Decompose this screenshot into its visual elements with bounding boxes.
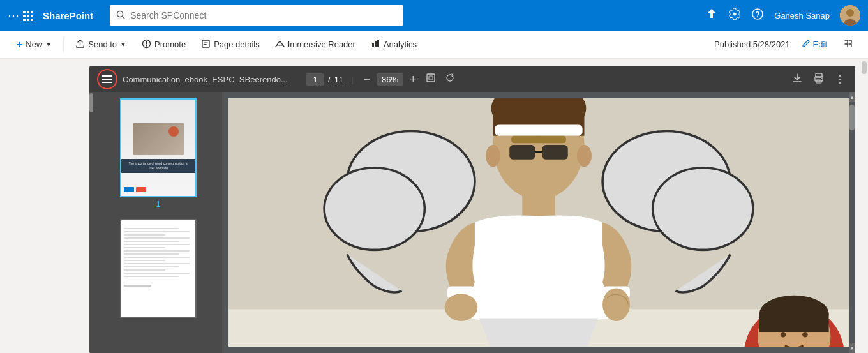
analytics-button[interactable]: Analytics <box>364 35 423 54</box>
edit-icon <box>802 39 811 50</box>
send-to-button[interactable]: Send to ▼ <box>69 35 133 54</box>
svg-rect-21 <box>377 40 379 47</box>
pdf-divider: | <box>351 75 353 84</box>
pdf-page-scrollbar[interactable]: ▲ ▼ <box>849 92 855 353</box>
pdf-zoom-level: 86% <box>377 73 403 86</box>
svg-rect-40 <box>495 125 582 136</box>
share-icon[interactable] <box>705 8 718 24</box>
pdf-left-scroll <box>89 92 94 353</box>
fitness-scene <box>228 98 849 347</box>
svg-point-34 <box>324 168 424 250</box>
promote-icon <box>142 39 151 50</box>
settings-icon[interactable] <box>728 8 741 24</box>
svg-rect-22 <box>102 75 112 77</box>
nav-right-actions: ? Ganesh Sanap <box>705 5 860 26</box>
promote-button[interactable]: Promote <box>135 35 192 54</box>
page-scrollbar[interactable] <box>860 59 868 353</box>
page-details-button[interactable]: Page details <box>195 35 266 54</box>
svg-rect-24 <box>102 82 112 83</box>
search-input[interactable] <box>130 10 397 20</box>
svg-rect-23 <box>102 79 112 80</box>
pdf-page-input[interactable] <box>306 73 324 86</box>
svg-point-30 <box>821 78 822 79</box>
download-icon[interactable] <box>789 70 805 89</box>
more-options-icon[interactable]: ⋮ <box>832 71 848 88</box>
search-bar[interactable] <box>110 5 403 26</box>
toolbar-right: Published 5/28/2021 Edit <box>714 36 858 53</box>
svg-point-15 <box>846 9 854 17</box>
zoom-in-icon[interactable]: + <box>407 70 419 89</box>
pdf-viewer: Communication_ebook_ESPC_SBeerendo... / … <box>89 66 855 353</box>
scroll-thumb <box>849 105 855 130</box>
svg-rect-0 <box>23 11 26 13</box>
pdf-page-separator: / <box>328 75 331 84</box>
pdf-menu-button[interactable] <box>97 69 117 89</box>
thumbnail-2[interactable] <box>101 219 216 320</box>
fit-page-icon[interactable] <box>423 70 438 88</box>
svg-text:?: ? <box>756 10 760 19</box>
svg-rect-18 <box>202 40 209 47</box>
svg-point-45 <box>486 145 500 167</box>
pdf-page-info: / 11 | − 86% + <box>306 70 458 89</box>
svg-rect-41 <box>511 136 566 143</box>
svg-point-50 <box>445 294 477 321</box>
rotate-icon[interactable] <box>442 70 458 88</box>
toolbar-separator <box>63 37 64 52</box>
main-content: Communication_ebook_ESPC_SBeerendo... / … <box>0 59 868 353</box>
print-icon[interactable] <box>811 70 827 89</box>
svg-rect-43 <box>542 145 568 160</box>
svg-rect-3 <box>23 15 26 17</box>
pdf-main-view: ▲ ▼ <box>222 92 855 353</box>
svg-rect-5 <box>31 15 33 17</box>
pdf-page-display <box>228 98 849 347</box>
svg-rect-42 <box>509 145 535 160</box>
svg-rect-6 <box>23 19 26 21</box>
svg-point-56 <box>781 332 786 338</box>
svg-rect-1 <box>27 11 29 13</box>
pdf-total-pages: 11 <box>334 75 343 84</box>
thumbnail-text-block: The importance of good communication in … <box>121 159 195 173</box>
zoom-out-icon[interactable]: − <box>361 70 373 89</box>
immersive-reader-icon <box>275 39 285 50</box>
analytics-icon <box>371 39 380 50</box>
grid-icon[interactable]: ⋯ <box>8 8 34 22</box>
immersive-reader-button[interactable]: Immersive Reader <box>269 35 362 54</box>
help-icon[interactable]: ? <box>751 8 764 24</box>
username[interactable]: Ganesh Sanap <box>774 11 830 20</box>
svg-point-46 <box>577 145 592 167</box>
thumbnail-logos <box>124 187 146 192</box>
svg-rect-20 <box>375 41 377 47</box>
thumbnail-1[interactable]: The importance of good communication in … <box>101 98 216 209</box>
pdf-title: Communication_ebook_ESPC_SBeerendo... <box>123 75 301 84</box>
scrollbar-thumb <box>862 61 867 74</box>
collapse-button[interactable] <box>839 36 858 53</box>
svg-rect-25 <box>427 74 435 82</box>
avatar[interactable] <box>840 5 860 26</box>
scroll-down-button[interactable]: ▼ <box>849 343 855 353</box>
search-icon <box>116 10 125 21</box>
app-logo[interactable]: SharePoint <box>43 10 93 21</box>
scroll-up-button[interactable]: ▲ <box>849 92 855 102</box>
svg-rect-4 <box>27 15 29 17</box>
svg-point-11 <box>733 12 737 15</box>
svg-rect-19 <box>372 43 374 47</box>
svg-point-51 <box>602 288 630 320</box>
thumbnail-image-2[interactable] <box>120 219 197 318</box>
page-details-icon <box>201 39 211 50</box>
svg-rect-8 <box>31 19 33 21</box>
chevron-down-icon2: ▼ <box>120 41 126 48</box>
thumbnail-number-1: 1 <box>156 200 161 209</box>
chevron-down-icon: ▼ <box>45 41 52 48</box>
edit-button[interactable]: Edit <box>795 36 834 53</box>
share-upload-icon <box>75 39 85 50</box>
svg-point-57 <box>802 332 808 338</box>
fitness-illustration <box>228 98 849 347</box>
plus-icon: + <box>17 39 22 50</box>
new-button[interactable]: + New ▼ <box>10 35 58 54</box>
svg-rect-7 <box>27 19 29 21</box>
pdf-thumbnails-panel: The importance of good communication in … <box>94 92 222 353</box>
pdf-toolbar: Communication_ebook_ESPC_SBeerendo... / … <box>89 66 855 92</box>
svg-line-10 <box>123 16 125 19</box>
thumbnail-image-1[interactable]: The importance of good communication in … <box>120 98 197 197</box>
top-navigation: ⋯ SharePoint <box>0 0 868 31</box>
